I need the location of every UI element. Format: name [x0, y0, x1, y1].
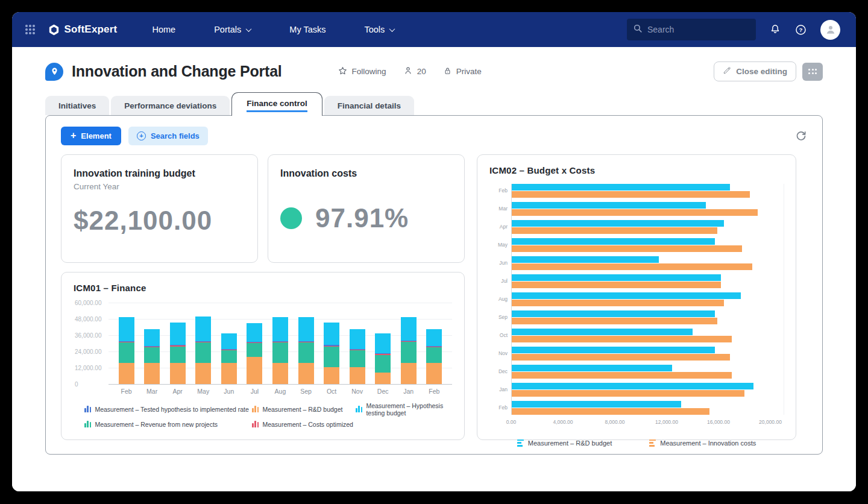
plus-icon [71, 131, 76, 140]
nav-item-home[interactable]: Home [152, 25, 175, 34]
bar-segment-measurement-hypothesis-testing-budget [272, 317, 288, 341]
bar-segment-measurement-r-d-budget [375, 373, 391, 383]
x-tick-label: Apr [173, 388, 183, 395]
category-label: Jun [489, 260, 508, 266]
bar-group: Jul [489, 274, 784, 288]
bar-segment-measurement-revenue-from-new-projects [401, 342, 417, 362]
bar-segment-measurement-revenue-from-new-projects [375, 355, 391, 373]
x-tick-label: 0.00 [506, 419, 517, 425]
bar-segment-measurement-r-d-budget [119, 363, 134, 384]
privacy-badge[interactable]: Private [443, 66, 482, 77]
refresh-button[interactable] [794, 129, 808, 142]
bar-segment-measurement-revenue-from-new-projects [119, 342, 134, 362]
legend-item-measurement-revenue-from-new-projects[interactable]: Measurement – Revenue from new projects [84, 421, 252, 428]
tab-finance-control[interactable]: Finance control [231, 92, 322, 116]
user-avatar[interactable] [820, 20, 840, 40]
bar-segment-measurement-r-d-budget [401, 363, 417, 384]
x-tick-label: Oct [327, 388, 336, 395]
bar-segment-measurement-revenue-from-new-projects [195, 342, 211, 362]
bar-segment-measurement-hypothesis-testing-budget [144, 329, 160, 345]
stacked-bar [426, 303, 442, 384]
more-options-button[interactable] [802, 63, 823, 81]
header-actions: Close editing [714, 61, 823, 81]
search-input[interactable] [647, 25, 750, 34]
bar-segment-measurement-revenue-from-new-projects [170, 347, 186, 363]
category-label: Oct [489, 332, 508, 338]
bar-segment-measurement-revenue-from-new-projects [272, 342, 288, 362]
bar-column: Oct [324, 303, 339, 395]
tab-initiatives[interactable]: Initiatives [45, 96, 109, 115]
legend-label: Measurement – Innovation costs [660, 439, 756, 447]
bar-measurement-innovation-costs [511, 372, 732, 379]
nav-item-portals[interactable]: Portals [214, 25, 251, 34]
category-label: Jan [489, 386, 508, 392]
y-tick-label: 48,000.00 [75, 315, 102, 322]
legend-item-measurement-tested-hypothesis-to-implemented-rate[interactable]: Measurement – Tested hypothesis to imple… [84, 402, 252, 417]
stacked-bar [350, 303, 365, 384]
bar-segment-measurement-revenue-from-new-projects [221, 350, 237, 362]
search-fields-button[interactable]: Search fields [128, 127, 208, 145]
chart-card-icm02: ICM02 – Budget x Costs FebMarAprMayJunJu… [477, 154, 796, 440]
kpi-title: Innovation costs [280, 168, 452, 179]
dashboard-left-column: Innovation training budget Current Year … [61, 154, 465, 440]
following-toggle[interactable]: Following [338, 66, 386, 78]
softexpert-logo-icon [48, 24, 60, 36]
category-label: Nov [489, 350, 508, 356]
bar-segment-measurement-hypothesis-testing-budget [426, 329, 442, 345]
legend-item-measurement-costs-optimized[interactable]: Measurement – Costs optimized [252, 421, 356, 428]
legend-item-measurement-r-d-budget[interactable]: Measurement – R&D budget [252, 402, 356, 417]
bar-segment-measurement-r-d-budget [272, 363, 288, 384]
bar-measurement-innovation-costs [511, 408, 709, 415]
bar-group: Jan [489, 383, 784, 397]
nav-item-label: Tools [364, 25, 385, 34]
legend-item-measurement-innovation-costs[interactable]: Measurement – Innovation costs [649, 439, 756, 447]
icm02-y-axis-line [511, 184, 512, 415]
brand-logo[interactable]: SoftExpert [48, 24, 118, 36]
horizontal-bars-icon [649, 439, 656, 447]
bar-segment-measurement-revenue-from-new-projects [324, 347, 339, 367]
portal-pin-icon [45, 63, 63, 81]
tab-performance-deviations[interactable]: Performance deviations [111, 96, 230, 115]
tab-label: Performance deviations [124, 101, 216, 110]
global-search[interactable] [627, 19, 756, 40]
bar-measurement-innovation-costs [511, 390, 744, 397]
tab-financial-details[interactable]: Financial details [324, 96, 414, 115]
legend-item-measurement-r-d-budget[interactable]: Measurement – R&D budget [517, 439, 612, 447]
add-element-button[interactable]: Element [61, 127, 121, 145]
privacy-label: Private [456, 67, 482, 76]
x-tick-label: Mar [146, 388, 157, 395]
bar-group: Sep [489, 310, 784, 324]
bar-column: Mar [144, 303, 160, 395]
legend-item-measurement-hypothesis-testing-budget[interactable]: Measurement – Hypothesis testing budget [356, 402, 452, 417]
members-count[interactable]: 20 [403, 66, 426, 77]
bar-group: Jun [489, 256, 784, 270]
bar-measurement-r-d-budget [511, 238, 715, 245]
panel-toolbar: Element Search fields [61, 127, 808, 145]
close-editing-label: Close editing [736, 67, 787, 76]
x-tick-label: Jan [403, 388, 414, 395]
bar-pair [511, 383, 784, 397]
legend-label: Measurement – R&D budget [262, 406, 342, 413]
star-icon [338, 66, 348, 78]
bar-segment-measurement-r-d-budget [350, 367, 365, 384]
app-grid-icon[interactable] [25, 25, 35, 34]
horizontal-bars-icon [517, 439, 524, 447]
bar-chart-icon [356, 406, 362, 412]
notifications-bell-icon[interactable] [769, 24, 781, 36]
help-icon[interactable]: ? [794, 24, 807, 36]
bar-chart-icon [84, 421, 91, 427]
close-editing-button[interactable]: Close editing [714, 61, 796, 81]
nav-item-label: My Tasks [289, 25, 326, 34]
finance-control-panel: Element Search fields Innovation trainin… [45, 115, 823, 455]
bar-measurement-innovation-costs [511, 336, 732, 342]
person-icon [403, 66, 413, 77]
bar-measurement-r-d-budget [511, 256, 659, 263]
nav-item-my-tasks[interactable]: My Tasks [289, 25, 326, 34]
bar-segment-measurement-hypothesis-testing-budget [195, 317, 211, 341]
bar-measurement-r-d-budget [511, 202, 706, 209]
x-tick-label: 12,000.00 [655, 419, 678, 425]
nav-item-tools[interactable]: Tools [364, 25, 394, 34]
circle-plus-icon [137, 131, 146, 140]
nav-menu: HomePortalsMy TasksTools [152, 25, 394, 34]
legend-label: Measurement – Costs optimized [262, 421, 353, 428]
